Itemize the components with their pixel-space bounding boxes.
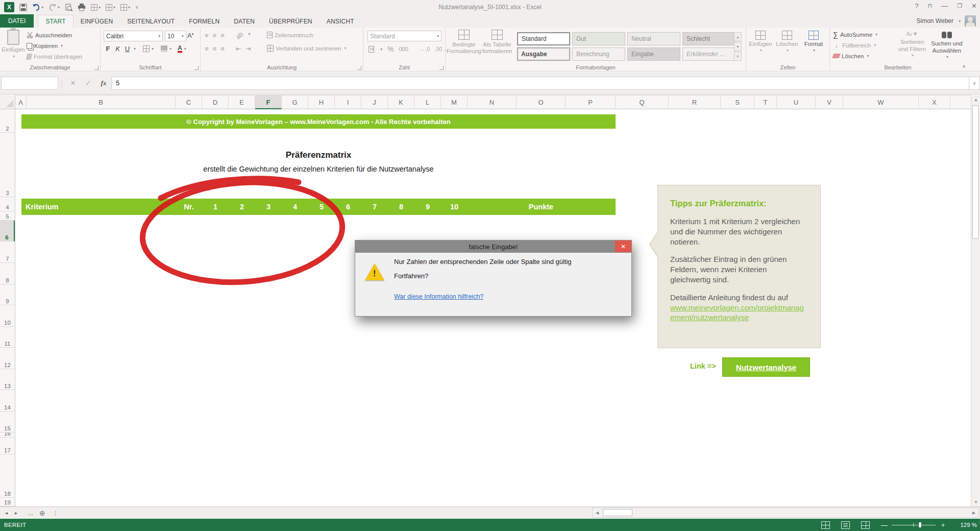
- copy-button[interactable]: Kopieren▾: [27, 41, 82, 50]
- fill-button[interactable]: ↓ Füllbereich▾: [833, 41, 877, 50]
- qat-customize-icon[interactable]: ∨: [135, 5, 139, 10]
- ribbon-display-options-icon[interactable]: ⊓: [928, 3, 933, 9]
- name-box[interactable]: [1, 77, 58, 90]
- format-painter-button[interactable]: Format übertragen: [27, 52, 82, 61]
- row-header-13[interactable]: 13: [0, 369, 15, 390]
- column-header-P[interactable]: P: [566, 95, 616, 109]
- cell-style-gut[interactable]: Gut: [572, 32, 625, 45]
- font-color-icon[interactable]: A: [178, 45, 182, 53]
- row-header-9[interactable]: 9: [0, 284, 15, 305]
- paste-button[interactable]: Einfügen ▾: [2, 30, 24, 63]
- delete-cells-button[interactable]: Löschen▾: [774, 31, 800, 53]
- tab-einfügen[interactable]: EINFÜGEN: [74, 15, 120, 28]
- column-header-B[interactable]: B: [27, 95, 176, 109]
- grow-font-button[interactable]: A▴: [187, 32, 193, 39]
- confirm-entry-icon[interactable]: ✓: [81, 79, 96, 87]
- zoom-knob[interactable]: [918, 522, 922, 528]
- column-header-E[interactable]: E: [229, 95, 255, 109]
- row-header-11[interactable]: 11: [0, 327, 15, 348]
- zoom-slider[interactable]: — ＋: [881, 520, 946, 529]
- minimize-icon[interactable]: —: [941, 2, 948, 10]
- find-select-button[interactable]: Suchen und Auswählen ▾: [930, 31, 964, 59]
- format-cells-button[interactable]: Format▾: [800, 31, 827, 53]
- column-header-F[interactable]: F: [255, 95, 282, 109]
- vertical-scrollbar[interactable]: ▲ ▼: [971, 95, 980, 506]
- column-header-T[interactable]: T: [754, 95, 777, 109]
- row-header-17[interactable]: 17: [0, 438, 15, 454]
- bold-button[interactable]: F: [104, 45, 112, 53]
- normal-view-icon[interactable]: [821, 521, 830, 529]
- column-header-X[interactable]: X: [919, 95, 950, 109]
- align-right-icon[interactable]: ≡: [220, 45, 225, 53]
- add-sheet-icon[interactable]: ⊕: [36, 507, 48, 519]
- number-dialog-launcher[interactable]: [439, 66, 444, 70]
- column-header-L[interactable]: L: [414, 95, 441, 109]
- row-header-8[interactable]: 8: [0, 263, 15, 284]
- clear-button[interactable]: Löschen▾: [833, 52, 877, 60]
- tab-seitenlayout[interactable]: SEITENLAYOUT: [120, 15, 182, 28]
- row-header-5[interactable]: 5: [0, 211, 15, 221]
- column-header-J[interactable]: J: [361, 95, 388, 109]
- tab-datei[interactable]: DATEI: [0, 14, 34, 28]
- underline-button[interactable]: U: [123, 45, 132, 53]
- align-center-icon[interactable]: ≡: [213, 45, 217, 53]
- column-header-H[interactable]: H: [308, 95, 335, 109]
- cell-style-eingabe[interactable]: Eingabe: [627, 47, 680, 61]
- font-size-select[interactable]: 10▾: [165, 31, 186, 41]
- increase-decimal-icon[interactable]: ←,0: [421, 46, 430, 52]
- tab-formeln[interactable]: FORMELN: [182, 15, 227, 28]
- expand-formula-bar-icon[interactable]: ∨: [969, 77, 980, 90]
- account-area[interactable]: Simon Weber ▾: [917, 14, 976, 28]
- gallery-scroll-down-icon[interactable]: ▾: [734, 42, 742, 51]
- nutzwertanalyse-link-button[interactable]: Nutzwertanalyse: [722, 357, 810, 377]
- page-break-view-icon[interactable]: [861, 521, 870, 529]
- conditional-formatting-button[interactable]: Bedingte Formatierung: [449, 30, 479, 63]
- gallery-expand-icon[interactable]: ≡: [734, 52, 742, 61]
- row-header-10[interactable]: 10: [0, 305, 15, 327]
- column-header-G[interactable]: G: [282, 95, 308, 109]
- column-header-S[interactable]: S: [721, 95, 754, 109]
- zoom-in-icon[interactable]: ＋: [940, 520, 946, 529]
- dialog-close-icon[interactable]: ✕: [615, 240, 631, 252]
- align-bottom-icon[interactable]: ≡: [220, 32, 225, 39]
- tips-link[interactable]: www.meinevorlagen.com/projektmanagement/…: [670, 303, 804, 322]
- help-icon[interactable]: ?: [915, 2, 918, 10]
- tab-überprüfen[interactable]: ÜBERPRÜFEN: [262, 15, 320, 28]
- sheet-next-icon[interactable]: ▸: [15, 510, 17, 516]
- scroll-down-icon[interactable]: ▼: [971, 497, 980, 506]
- row-header-7[interactable]: 7: [0, 242, 15, 263]
- fill-color-icon[interactable]: [161, 45, 167, 52]
- accounting-format-icon[interactable]: [369, 46, 374, 53]
- align-middle-icon[interactable]: ≡: [213, 32, 217, 39]
- undo-icon[interactable]: ▾: [32, 4, 43, 11]
- vertical-scroll-thumb[interactable]: [972, 105, 979, 239]
- merge-center-button[interactable]: Verbinden und zentrieren▾: [267, 44, 347, 53]
- column-header-Q[interactable]: Q: [616, 95, 669, 109]
- format-as-table-button[interactable]: Als Tabelle formatieren: [481, 30, 513, 63]
- page-layout-view-icon[interactable]: [841, 521, 850, 529]
- increase-indent-icon[interactable]: ⇥: [246, 45, 251, 53]
- insert-cells-button[interactable]: Einfügen▾: [747, 31, 774, 53]
- close-icon[interactable]: ✕: [971, 2, 977, 10]
- wrap-text-button[interactable]: Zeilenumbruch: [267, 31, 313, 39]
- cut-button[interactable]: Ausschneiden: [27, 31, 82, 39]
- scroll-right-icon[interactable]: ▶: [969, 508, 978, 517]
- scroll-up-icon[interactable]: ▲: [971, 95, 980, 104]
- cell-style-erklrender[interactable]: Erklärender ...: [682, 47, 736, 61]
- row-header-19[interactable]: 19: [0, 498, 15, 506]
- horizontal-scroll-thumb[interactable]: [603, 509, 632, 516]
- cell-style-ausgabe[interactable]: Ausgabe: [517, 47, 570, 61]
- orientation-icon[interactable]: ab: [234, 30, 245, 41]
- column-header-O[interactable]: O: [517, 95, 566, 109]
- row-header-4[interactable]: 4: [0, 197, 15, 211]
- insert-function-icon[interactable]: fx: [96, 79, 111, 87]
- tab-ansicht[interactable]: ANSICHT: [320, 15, 361, 28]
- zoom-out-icon[interactable]: —: [881, 521, 888, 529]
- column-header-V[interactable]: V: [816, 95, 843, 109]
- cancel-entry-icon[interactable]: ✕: [65, 79, 81, 87]
- sort-filter-button[interactable]: AZ▼ Sortieren und Filtern ▾: [895, 31, 929, 58]
- row-header-12[interactable]: 12: [0, 348, 15, 369]
- borders-icon[interactable]: [143, 45, 150, 52]
- font-dialog-launcher[interactable]: [194, 66, 199, 70]
- avatar[interactable]: [965, 15, 976, 27]
